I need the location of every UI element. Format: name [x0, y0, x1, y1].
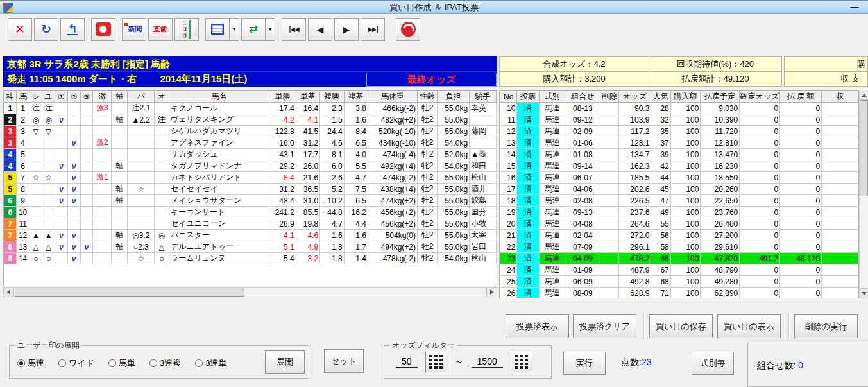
- first-race-button[interactable]: |◀◀: [282, 18, 306, 41]
- h-geki: 激1: [93, 172, 112, 184]
- bet-row[interactable]: 15済馬連09-14162.34210016,23000: [500, 160, 858, 172]
- last-minute-button[interactable]: 直前: [148, 18, 173, 41]
- bet-row[interactable]: 24済馬連01-09487.96710048,79000: [500, 264, 858, 276]
- radio-bet-type[interactable]: 馬単: [108, 357, 135, 369]
- bet-row[interactable]: 18済馬連02-08226.54710022,65000: [500, 195, 858, 207]
- delete-button[interactable]: ✕: [8, 18, 32, 41]
- hscroll-thumb[interactable]: [15, 288, 244, 297]
- horse-row[interactable]: 712▲▲νν軸◎3.2◎バニスター4.14.61.61.6504kg(0)牡2…: [4, 230, 497, 241]
- b-expected-payout: 26,460: [701, 218, 740, 230]
- h-sexage: 牡2: [418, 218, 438, 230]
- bet-row[interactable]: 19済馬連09-13237.64910023,76000: [500, 207, 858, 218]
- horse-row[interactable]: 813△△ννν軸○2.3△デルニエアトゥー5.14.91.81.7494kg(…: [4, 241, 497, 253]
- bet-row[interactable]: 26済馬連08-09628.97110062,89000: [500, 288, 858, 299]
- radio-bet-type[interactable]: 馬連: [17, 357, 44, 369]
- b-no: 22: [500, 241, 517, 253]
- horse-row[interactable]: 34ν激2アグネスファイン16.031.24.66.5434kg(-10)牝25…: [4, 137, 497, 149]
- bet-row[interactable]: 17済馬連04-06202.64510020,26000: [500, 184, 858, 195]
- h-name: アグネスファイン: [169, 137, 269, 149]
- per-type-button[interactable]: 式別毎: [692, 352, 734, 375]
- horse-table-hscrollbar[interactable]: [3, 287, 497, 297]
- odds-max-field[interactable]: 1500: [472, 356, 503, 368]
- h-check3: [80, 160, 93, 172]
- b-bet-type: 馬連: [539, 160, 565, 172]
- h-waku: 2: [4, 114, 17, 126]
- bet-row[interactable]: 12済馬連02-09117.23510011,72000: [500, 126, 858, 137]
- realtime-odds-button[interactable]: [91, 18, 115, 41]
- horse-row[interactable]: 814○○ν☆○ラームリュンヌ5.43.21.81.4478kg(-2)牝254…: [4, 253, 497, 264]
- h-fuku-odds: 1.8: [320, 253, 344, 264]
- radio-bet-type[interactable]: 3連単: [195, 357, 226, 369]
- bet-row[interactable]: 22済馬連07-09296.15810029,61000: [500, 241, 858, 253]
- horse-row[interactable]: 45サカダッシュ43.117.78.14.0474kg(-4)牡252.0kg▲…: [4, 149, 497, 160]
- bet-row[interactable]: 20済馬連04-08264.65510026,46000: [500, 218, 858, 230]
- h-waku: 3: [4, 126, 17, 137]
- horse-row[interactable]: 610キーコンサート241.285.544.816.2456kg(+2)牡255…: [4, 207, 497, 218]
- radio-bet-type[interactable]: ワイド: [58, 357, 94, 369]
- bet-row[interactable]: 13済馬連01-06128.13710012,81000: [500, 137, 858, 149]
- bet-row[interactable]: 21済馬連02-04272.05610027,20000: [500, 230, 858, 241]
- h-pa: ◎3.2: [128, 230, 155, 241]
- left-arrow-icon: [4, 289, 10, 295]
- horse-row[interactable]: 11注注激3注2.1キクノコール17.416.42.33.8466kg(-2)牡…: [4, 103, 497, 114]
- h-check3: [80, 149, 93, 160]
- b-fixed-odds: 0: [740, 103, 780, 114]
- h-futan: 54.0kg: [438, 253, 470, 264]
- h-weight: 466kg(-2): [368, 103, 418, 114]
- h-fuku-odds: 8.1: [320, 149, 344, 160]
- b-expected-payout: 20,260: [701, 184, 740, 195]
- horse-row[interactable]: 69νν軸メイショウサターン48.431.010.26.5474kg(+2)牡2…: [4, 195, 497, 207]
- undo-button[interactable]: ↰: [60, 18, 85, 41]
- last-race-button[interactable]: ▶▶|: [361, 18, 385, 41]
- user-mark-groupbox: ユーザー印の展開 馬連ワイド馬単3連複3連単 展開: [9, 345, 309, 379]
- horse-row[interactable]: 33▽▽シゲルハダカマツリ122.841.524.48.4520kg(-10)牡…: [4, 126, 497, 137]
- execute-filter-button[interactable]: 実行: [563, 352, 606, 375]
- scroll-right-button[interactable]: [486, 288, 497, 297]
- show-bets-button[interactable]: 買い目の表示: [717, 314, 781, 338]
- horse-row[interactable]: 57☆☆ν激1カネトシバリアント8.421.62.64.7474kg(-2)牡2…: [4, 172, 497, 184]
- h-weight: 478kg(-2): [368, 253, 418, 264]
- scroll-left-button[interactable]: [4, 288, 14, 297]
- odds-min-field[interactable]: 50: [396, 356, 418, 368]
- mark-list-button[interactable]: ①②③: [174, 18, 199, 41]
- pat-logo-button[interactable]: [396, 18, 420, 41]
- horse-row[interactable]: 22◎◎ν軸▲2.2注ヴェリタスキング4.24.11.51.6482kg(+2)…: [4, 114, 497, 126]
- execute-delete-button[interactable]: 削除の実行: [794, 314, 858, 338]
- b-cut: [822, 137, 858, 149]
- scroll-up-button[interactable]: [860, 90, 868, 100]
- keypad-icon[interactable]: [425, 352, 447, 372]
- radio-circle-icon: [149, 359, 157, 367]
- clear-voted-button[interactable]: 投票済クリア: [573, 314, 636, 338]
- vote-sheet-dropdown[interactable]: ▼: [230, 18, 239, 41]
- ipat-transfer-button[interactable]: ⇄: [241, 18, 266, 41]
- radio-bet-type[interactable]: 3連複: [149, 357, 181, 369]
- b-expected-payout: 18,550: [701, 172, 740, 184]
- bet-table-vscrollbar[interactable]: [859, 90, 868, 298]
- vscroll-thumb[interactable]: [860, 100, 868, 196]
- save-bets-button[interactable]: 買い目の保存: [649, 314, 713, 338]
- horse-row[interactable]: 46νν軸タガノブリマドンナ29.226.06.05.5492kg(+4)牝25…: [4, 160, 497, 172]
- show-voted-button[interactable]: 投票済表示: [506, 314, 569, 338]
- refresh-button[interactable]: ↻: [34, 18, 58, 41]
- ipat-transfer-dropdown[interactable]: ▼: [266, 18, 275, 41]
- keypad-icon[interactable]: [511, 352, 532, 372]
- minimize-button[interactable]: —: [845, 1, 864, 13]
- vote-sheet-button[interactable]: [205, 18, 230, 41]
- bet-row[interactable]: 10済馬連08-1390.3281009,03000: [500, 103, 858, 114]
- set-button[interactable]: セット: [324, 349, 364, 373]
- horse-row[interactable]: 58νν軸☆セイセイセイ31.236.55.27.5438kg(+4)牡255.…: [4, 184, 497, 195]
- newspaper-button[interactable]: 新聞: [122, 18, 146, 41]
- bet-row[interactable]: 25済馬連06-09492.86810049,28000: [500, 276, 858, 288]
- b-expected-payout: 13,470: [701, 149, 740, 160]
- bet-row[interactable]: 14済馬連01-08134.73910013,47000: [500, 149, 858, 160]
- next-race-button[interactable]: ▶: [334, 18, 359, 41]
- prev-race-button[interactable]: ◀: [308, 18, 332, 41]
- expand-button[interactable]: 展開: [265, 350, 305, 374]
- b-fixed-odds: 0: [740, 149, 780, 160]
- scroll-down-button[interactable]: [860, 288, 868, 298]
- h-fuku-odds: 2.3: [320, 103, 344, 114]
- bet-row[interactable]: 23済馬連04-09478.26610047,820491.249,120: [500, 253, 858, 264]
- bet-row[interactable]: 16済馬連06-07185.54410018,55000: [500, 172, 858, 184]
- bet-row[interactable]: 11済馬連09-12103.93210010,39000: [500, 114, 858, 126]
- horse-row[interactable]: 711セイユニコーン26.919.84.74.4456kg(+2)牡255.0k…: [4, 218, 497, 230]
